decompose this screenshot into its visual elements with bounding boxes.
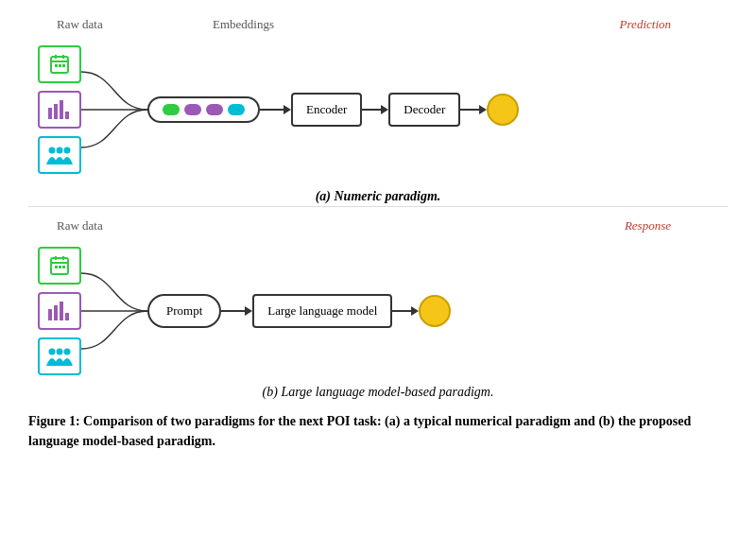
label-embeddings-a: Embeddings	[213, 17, 274, 32]
divider	[28, 206, 728, 207]
icon-people-b	[38, 337, 81, 375]
svg-point-13	[64, 147, 71, 154]
emb-dot-purple2	[206, 104, 223, 115]
label-prediction-a: Prediction	[620, 17, 671, 32]
figure-caption-bold: Figure 1: Comparison of two paradigms fo…	[28, 414, 691, 448]
caption-b-text: (b) Large language model-based paradigm.	[263, 385, 494, 399]
arrow-prompt-to-llm	[221, 306, 252, 316]
emb-dot-cyan	[228, 104, 245, 115]
curve-lines-a	[77, 53, 152, 166]
svg-rect-10	[65, 112, 69, 119]
embedding-pill	[147, 96, 260, 123]
prompt-box: Prompt	[147, 294, 221, 328]
caption-b: (b) Large language model-based paradigm.	[28, 385, 728, 400]
curve-lines-b	[77, 254, 152, 368]
output-circle-a	[487, 94, 519, 126]
icon-calendar-b	[38, 247, 81, 285]
svg-point-11	[49, 147, 56, 154]
arrow-embed-to-encoder	[260, 105, 291, 114]
arrow-decoder-to-output	[460, 105, 487, 114]
svg-rect-6	[62, 64, 65, 67]
label-raw-data-a: Raw data	[57, 17, 103, 32]
svg-rect-9	[60, 100, 63, 119]
svg-rect-4	[55, 64, 58, 67]
figure-caption: Figure 1: Comparison of two paradigms fo…	[28, 411, 728, 451]
llm-box: Large language model	[252, 294, 392, 328]
svg-point-27	[64, 349, 71, 355]
svg-rect-24	[65, 313, 69, 320]
emb-dot-purple1	[184, 104, 201, 115]
caption-a: (a) Numeric paradigm.	[28, 189, 728, 204]
svg-point-26	[57, 349, 63, 355]
svg-rect-18	[55, 266, 58, 268]
svg-rect-5	[59, 64, 61, 67]
icon-bar-chart-a	[38, 91, 81, 129]
svg-rect-8	[54, 104, 58, 119]
arrow-llm-to-output	[392, 306, 419, 316]
encoder-box: Encoder	[291, 93, 362, 127]
svg-rect-21	[48, 309, 52, 320]
emb-dot-green	[163, 104, 180, 115]
icon-people-a	[38, 136, 81, 174]
svg-rect-22	[54, 305, 58, 320]
label-raw-data-b: Raw data	[57, 218, 103, 233]
svg-rect-19	[59, 266, 61, 268]
icon-bar-chart-b	[38, 292, 81, 330]
svg-rect-20	[62, 266, 65, 268]
icon-calendar-a	[38, 45, 81, 83]
svg-rect-7	[48, 108, 52, 119]
svg-rect-23	[60, 302, 63, 320]
decoder-box: Decoder	[388, 93, 460, 127]
svg-point-12	[57, 147, 63, 154]
svg-point-25	[49, 349, 56, 355]
arrow-encoder-to-decoder	[362, 105, 388, 114]
output-circle-b	[419, 295, 451, 327]
label-response-b: Response	[625, 218, 671, 233]
